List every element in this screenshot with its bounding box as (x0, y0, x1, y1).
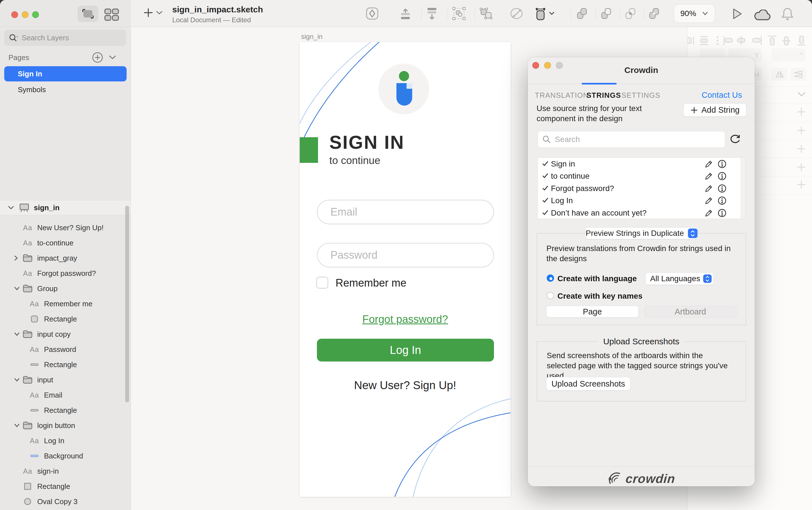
contact-us-link[interactable]: Contact Us (702, 90, 742, 100)
rotation-field[interactable]: ° (772, 49, 806, 61)
log-in-button[interactable]: Log In (317, 339, 494, 361)
bring-forward-button[interactable] (399, 7, 412, 20)
source-string-row[interactable]: Log In (538, 195, 745, 207)
close-button[interactable] (11, 11, 18, 18)
layer-row[interactable]: Group (0, 281, 130, 296)
layer-row[interactable]: Aasign-in (0, 463, 130, 479)
ungroup-button[interactable] (479, 7, 493, 20)
cloud-sync-button[interactable] (753, 9, 772, 21)
chevron-down-icon[interactable] (13, 286, 21, 291)
artboard[interactable]: SIGN IN to continue Email Password Remem… (300, 42, 511, 497)
layer-row[interactable]: login button (0, 418, 130, 433)
design-subheading[interactable]: to continue (329, 155, 380, 167)
boolean-subtract-button[interactable] (600, 7, 613, 20)
sign-up-link[interactable]: New User? Sign Up! (300, 379, 511, 392)
inspector-add-button[interactable] (796, 107, 806, 117)
chevron-down-icon[interactable] (13, 332, 21, 337)
minimize-button[interactable] (22, 11, 28, 18)
info-icon[interactable] (718, 184, 727, 193)
boolean-difference-button[interactable] (647, 7, 661, 20)
add-page-button[interactable] (91, 51, 104, 64)
edit-pencil-icon[interactable] (704, 172, 713, 180)
layer-row[interactable]: Rectangle (0, 311, 130, 327)
layer-row[interactable]: AaEmail (0, 387, 130, 403)
source-string-row[interactable]: Don’t have an account yet? (538, 207, 745, 219)
create-with-language-radio[interactable] (547, 274, 554, 282)
layer-row[interactable]: Rectangle (0, 403, 130, 418)
layer-row[interactable]: input copy (0, 327, 130, 342)
layer-row[interactable]: impact_gray (0, 250, 130, 266)
refresh-button[interactable] (729, 134, 741, 145)
password-field[interactable]: Password (317, 243, 494, 267)
source-string-row[interactable]: to continue (538, 170, 745, 183)
layer-row[interactable]: input (0, 372, 130, 387)
layer-row[interactable]: Rectangle (0, 357, 130, 372)
grid-view-button[interactable] (104, 8, 119, 22)
artboard-root-row[interactable]: sign_in (0, 200, 130, 215)
layer-row[interactable]: AaRemember me (0, 296, 130, 311)
zoom-level-dropdown[interactable]: 90% (674, 4, 715, 23)
chevron-down-icon[interactable] (7, 205, 14, 210)
edit-pencil-icon[interactable] (704, 197, 713, 205)
add-string-button[interactable]: Add String (684, 103, 746, 117)
collapse-pages-button[interactable] (108, 54, 117, 61)
sidebar-page-symbols[interactable]: Symbols (4, 82, 126, 97)
inspector-add-button[interactable] (796, 144, 806, 154)
insert-menu-button[interactable] (156, 10, 163, 15)
edit-pencil-icon[interactable] (704, 184, 713, 193)
remember-me-checkbox[interactable] (316, 277, 328, 289)
create-symbol-button[interactable] (366, 7, 379, 20)
info-icon[interactable] (718, 209, 727, 217)
list-scrollbar-track[interactable] (741, 158, 745, 219)
email-field[interactable]: Email (317, 200, 494, 224)
design-heading[interactable]: SIGN IN (329, 131, 405, 153)
send-backward-button[interactable] (425, 7, 439, 20)
forgot-password-link[interactable]: Forgot password? (300, 313, 511, 325)
canvas-view-button[interactable] (78, 6, 98, 22)
group-button[interactable] (452, 7, 466, 20)
strings-search-input[interactable] (554, 135, 712, 144)
upload-screenshots-button[interactable]: Upload Screenshots (546, 377, 631, 391)
edit-shape-button[interactable] (509, 7, 524, 20)
flip-vertical-button[interactable] (790, 68, 806, 81)
tab-strings[interactable]: STRINGS (586, 91, 621, 100)
layer-search-field[interactable] (4, 30, 126, 46)
info-icon[interactable] (718, 172, 727, 181)
edit-pencil-icon[interactable] (704, 209, 713, 217)
layer-row[interactable]: Oval Copy 3 (0, 494, 130, 509)
create-with-language-label[interactable]: Create with language (557, 274, 637, 283)
layer-row[interactable]: Rectangle (0, 479, 130, 494)
strings-search-field[interactable] (538, 131, 725, 148)
artboard-title[interactable]: sign_in (301, 33, 323, 40)
chevron-down-icon[interactable] (13, 377, 21, 382)
remember-me-label[interactable]: Remember me (336, 277, 406, 289)
chevron-right-icon[interactable] (13, 255, 21, 262)
alignment-toolbar[interactable] (687, 34, 812, 47)
sidebar-page-sign-in[interactable]: Sign In (4, 66, 126, 82)
layer-row[interactable]: AaForgot password? (0, 266, 130, 281)
sidebar-scrollbar[interactable] (125, 206, 129, 402)
create-with-key-names-radio[interactable] (547, 292, 554, 299)
zoom-window-button[interactable] (32, 11, 39, 18)
artboard-button[interactable]: Artboard (644, 306, 736, 318)
boolean-union-button[interactable] (575, 7, 589, 20)
section-collapse-chevron[interactable] (797, 91, 806, 97)
notifications-button[interactable] (782, 7, 793, 21)
info-icon[interactable] (718, 196, 727, 205)
info-icon[interactable] (718, 159, 727, 169)
scale-button[interactable] (534, 7, 547, 22)
language-dropdown[interactable]: All Languages (645, 272, 714, 285)
scale-menu-button[interactable] (549, 11, 555, 16)
source-string-row[interactable]: Forgot password? (538, 182, 745, 195)
layer-row[interactable]: AaNew User? Sign Up! (0, 220, 130, 235)
tab-settings[interactable]: SETTINGS (621, 91, 660, 100)
boolean-intersect-button[interactable] (624, 7, 637, 20)
search-layers-input[interactable] (21, 33, 114, 42)
preview-button[interactable] (732, 8, 743, 20)
edit-pencil-icon[interactable] (704, 160, 713, 168)
flip-horizontal-button[interactable] (772, 68, 788, 81)
layer-row[interactable]: Background (0, 448, 130, 463)
heading-accent-block[interactable] (300, 137, 318, 163)
logo-green-dot[interactable] (399, 71, 409, 81)
create-with-key-names-label[interactable]: Create with key names (557, 292, 642, 301)
